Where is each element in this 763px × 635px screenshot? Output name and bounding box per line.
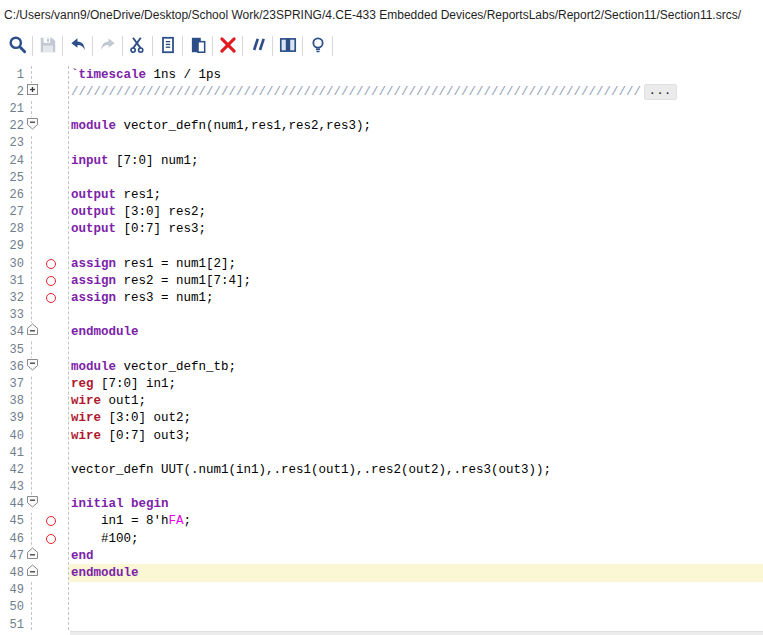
code-text[interactable]: [69, 238, 763, 255]
code-text[interactable]: [69, 582, 763, 599]
code-segment-kw: assign: [71, 274, 116, 288]
code-text[interactable]: wire [0:7] out3;: [69, 427, 763, 444]
search-button[interactable]: [3, 32, 32, 60]
fold-collapse-icon[interactable]: [26, 117, 39, 135]
breakpoint-marker[interactable]: [46, 293, 56, 303]
fold-column: [24, 358, 40, 376]
code-text[interactable]: module vector_defn(num1,res1,res2,res3);: [69, 118, 763, 135]
code-text[interactable]: module vector_defn_tb;: [69, 358, 763, 375]
line-number: 28: [0, 222, 24, 236]
code-line-48: 48endmodule: [0, 564, 763, 581]
fold-collapse-icon[interactable]: [26, 358, 39, 376]
line-number: 29: [0, 239, 24, 253]
cut-button[interactable]: [123, 32, 152, 60]
code-line-29: 29: [0, 238, 763, 255]
code-text[interactable]: output [3:0] res2;: [69, 204, 763, 221]
code-text[interactable]: `timescale 1ns / 1ps: [69, 66, 763, 83]
code-text-current-line[interactable]: endmodule: [69, 564, 763, 581]
code-text[interactable]: [69, 479, 763, 496]
code-line-49: 49: [0, 582, 763, 599]
fold-expand-icon[interactable]: [26, 83, 39, 101]
line-number: 43: [0, 480, 24, 494]
code-text[interactable]: output [0:7] res3;: [69, 221, 763, 238]
code-text[interactable]: endmodule: [69, 324, 763, 341]
code-line-28: 28output [0:7] res3;: [0, 221, 763, 238]
copy-button[interactable]: [153, 32, 182, 60]
code-text[interactable]: [69, 341, 763, 358]
code-text[interactable]: [69, 100, 763, 117]
code-text[interactable]: assign res3 = num1;: [69, 289, 763, 306]
breakpoint-column[interactable]: [40, 276, 62, 286]
code-line-35: 35: [0, 341, 763, 358]
breakpoint-marker[interactable]: [46, 259, 56, 269]
redo-icon: [98, 35, 118, 58]
breakpoint-column[interactable]: [40, 516, 62, 526]
code-assist-button[interactable]: [303, 32, 332, 60]
code-line-21: 21: [0, 100, 763, 117]
code-segment-kw: begin: [131, 497, 169, 511]
fold-column: [24, 117, 40, 135]
code-segment-pl: [7:0] num1;: [109, 154, 199, 168]
code-text[interactable]: ////////////////////////////////////////…: [69, 83, 763, 100]
code-segment-pl: vector_defn UUT(.num1(in1),.res1(out1),.…: [71, 463, 551, 477]
save-icon: [38, 35, 58, 58]
toggle-comment-button[interactable]: [243, 32, 272, 60]
code-text[interactable]: initial begin: [69, 496, 763, 513]
code-text[interactable]: reg [7:0] in1;: [69, 375, 763, 392]
folded-code-badge[interactable]: ...: [644, 84, 677, 100]
line-number: 42: [0, 463, 24, 477]
comment-icon: [248, 35, 268, 58]
code-line-43: 43: [0, 479, 763, 496]
code-text[interactable]: assign res2 = num1[7:4];: [69, 272, 763, 289]
fold-collapse-icon[interactable]: [26, 547, 39, 565]
breakpoint-marker[interactable]: [46, 276, 56, 286]
code-segment-kw: output: [71, 188, 116, 202]
code-line-33: 33: [0, 307, 763, 324]
code-line-30: 30assign res1 = num1[2];: [0, 255, 763, 272]
breakpoint-marker[interactable]: [46, 534, 56, 544]
delete-button[interactable]: [213, 32, 242, 60]
code-text[interactable]: [69, 599, 763, 616]
breakpoint-marker[interactable]: [46, 516, 56, 526]
fold-column: [24, 547, 40, 565]
code-text[interactable]: assign res1 = num1[2];: [69, 255, 763, 272]
code-text[interactable]: vector_defn UUT(.num1(in1),.res1(out1),.…: [69, 461, 763, 478]
horizontal-scrollbar[interactable]: [70, 631, 763, 635]
code-segment-kw: module: [71, 360, 116, 374]
code-text[interactable]: [69, 169, 763, 186]
code-line-23: 23: [0, 135, 763, 152]
code-line-34: 34endmodule: [0, 324, 763, 341]
code-editor-window: C:/Users/vann9/OneDrive/Desktop/School W…: [0, 0, 763, 635]
line-number: 21: [0, 102, 24, 116]
breakpoint-column[interactable]: [40, 534, 62, 544]
code-segment-kw: end: [71, 549, 94, 563]
code-text[interactable]: [69, 135, 763, 152]
code-text[interactable]: output res1;: [69, 186, 763, 203]
code-text[interactable]: [69, 444, 763, 461]
line-number: 25: [0, 171, 24, 185]
code-text[interactable]: wire out1;: [69, 393, 763, 410]
code-text[interactable]: wire [3:0] out2;: [69, 410, 763, 427]
code-segment-pl: vector_defn(num1,res1,res2,res3);: [116, 119, 371, 133]
columns-icon: [278, 35, 298, 58]
code-segment-pl: [0:7] res3;: [116, 222, 206, 236]
copy-icon: [158, 35, 178, 58]
fold-collapse-icon[interactable]: [26, 495, 39, 513]
paste-icon: [188, 35, 208, 58]
code-text[interactable]: in1 = 8'hFA;: [69, 513, 763, 530]
fold-collapse-icon[interactable]: [26, 564, 39, 582]
code-line-31: 31assign res2 = num1[7:4];: [0, 272, 763, 289]
paste-button[interactable]: [183, 32, 212, 60]
code-text[interactable]: #100;: [69, 530, 763, 547]
code-text[interactable]: end: [69, 547, 763, 564]
breakpoint-column[interactable]: [40, 259, 62, 269]
fold-collapse-icon[interactable]: [26, 323, 39, 341]
toggle-column-selection-button[interactable]: [273, 32, 302, 60]
undo-button[interactable]: [63, 32, 92, 60]
breakpoint-column[interactable]: [40, 293, 62, 303]
code-text[interactable]: input [7:0] num1;: [69, 152, 763, 169]
code-text[interactable]: [69, 307, 763, 324]
fold-column: [24, 323, 40, 341]
code-editor[interactable]: 1`timescale 1ns / 1ps2//////////////////…: [0, 66, 763, 635]
line-number: 44: [0, 497, 24, 511]
